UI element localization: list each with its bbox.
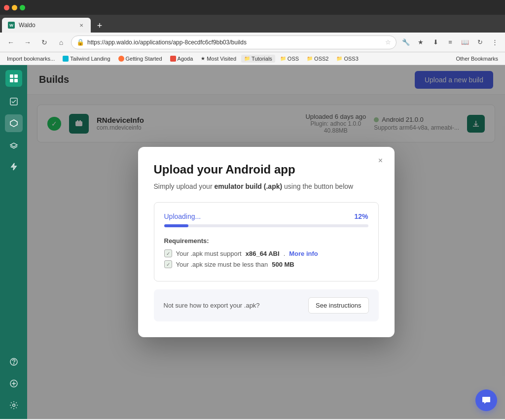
instructions-question: Not sure how to export your .apk? [164,302,260,309]
firefox-favicon [118,56,124,62]
bookmark-getting-started[interactable]: Getting Started [115,55,165,63]
upload-status-row: Uploading... 12% [164,212,368,220]
requirement-2: ✓ Your .apk size must be less than 500 M… [164,260,368,268]
bookmark-import[interactable]: Import bookmarks... [4,55,58,63]
requirements-label: Requirements: [164,237,368,245]
subtitle-bold: emulator build (.apk) [214,182,282,190]
browser-titlebar [0,0,505,15]
svg-rect-3 [14,79,18,82]
upload-status-text: Uploading... [164,212,201,220]
folder-icon: 📁 [244,56,250,61]
extensions-icon[interactable]: 🔧 [399,36,412,49]
sidebar-item-builds[interactable] [5,114,23,132]
bookmark-icon[interactable]: ★ [414,36,427,49]
sidebar-item-settings[interactable] [5,396,23,414]
sidebar-logo[interactable] [5,70,22,87]
sidebar-bottom [5,353,23,414]
modal-overlay[interactable]: × Upload your Android app Simply upload … [27,65,505,419]
bookmark-oss3-label: OSS3 [344,56,358,62]
tab-close-button[interactable]: ✕ [78,22,85,29]
sync-icon[interactable]: ↻ [473,36,486,49]
svg-marker-5 [11,163,16,170]
chat-bubble-button[interactable] [475,389,497,411]
requirement-1: ✓ Your .apk must support x86_64 ABI. Mor… [164,249,368,257]
bookmark-other[interactable]: Other Bookmarks [453,55,501,63]
sidebar-item-layers[interactable] [5,136,23,154]
req2-check-icon: ✓ [164,260,172,268]
sidebar [0,65,27,419]
sidebar-item-lightning[interactable] [5,158,23,175]
upload-progress-box: Uploading... 12% Requirements: ✓ Your .a… [154,202,379,281]
subtitle-plain: Simply upload your [154,182,215,190]
browser-viewport: Builds Upload a new build ✓ RNdevic [0,65,505,419]
tab-title: Waldo [19,22,36,29]
menu-icon[interactable]: ⋮ [488,36,501,49]
folder-oss-icon: 📁 [280,56,286,61]
upload-modal: × Upload your Android app Simply upload … [138,147,395,337]
bookmark-tutorials[interactable]: 📁 Tutorials [241,55,275,63]
bookmark-tailwind-label: Tailwind Landing [70,56,110,62]
bookmark-mv-label: Most Visited [207,56,236,62]
svg-point-7 [13,364,14,364]
bookmark-agoda[interactable]: Agoda [167,55,196,63]
browser-toolbar: ← → ↻ ⌂ 🔒 https://app.waldo.io/applicati… [0,33,505,52]
bookmark-oss2-label: OSS2 [314,56,328,62]
app-container: Builds Upload a new build ✓ RNdevic [0,65,505,419]
req2-plain: Your .apk size must be less than [176,261,268,268]
progress-bar-background [164,224,368,227]
req1-check-icon: ✓ [164,249,172,257]
svg-rect-0 [10,74,13,78]
sidebar-item-add[interactable] [5,375,23,392]
reload-button[interactable]: ↻ [37,35,51,49]
address-bar[interactable]: 🔒 https://app.waldo.io/applications/app-… [71,35,397,49]
modal-title: Upload your Android app [154,163,379,176]
folder-oss3-icon: 📁 [336,56,342,61]
bookmark-oss[interactable]: 📁 OSS [277,55,302,63]
folder-oss2-icon: 📁 [307,56,313,61]
svg-rect-2 [10,79,13,82]
bookmark-oss2[interactable]: 📁 OSS2 [304,55,331,63]
url-text: https://app.waldo.io/applications/app-8c… [87,39,382,46]
chat-icon [481,395,492,406]
sidebar-item-help[interactable] [5,353,23,371]
tailwind-favicon [63,56,69,62]
bookmark-other-label: Other Bookmarks [456,56,498,62]
svg-point-11 [12,404,15,407]
active-tab[interactable]: W Waldo ✕ [2,18,91,33]
reader-icon[interactable]: 📖 [459,36,471,49]
req1-plain: Your .apk must support [176,250,242,257]
req1-dot: . [284,250,286,257]
see-instructions-button[interactable]: See instructions [308,297,369,314]
progress-bar-fill [164,224,189,227]
home-button[interactable]: ⌂ [54,35,68,49]
modal-close-button[interactable]: × [375,155,387,167]
subtitle-end: using the button below [282,182,353,190]
toolbar-icons: 🔧 ★ ⬇ ≡ 📖 ↻ ⋮ [399,36,501,49]
back-button[interactable]: ← [4,35,18,49]
svg-rect-1 [14,74,18,78]
bookmark-tutorials-label: Tutorials [252,56,272,62]
modal-subtitle: Simply upload your emulator build (.apk)… [154,182,379,190]
req1-link[interactable]: More info [289,250,318,257]
bookmark-oss3[interactable]: 📁 OSS3 [333,55,361,63]
bookmark-agoda-label: Agoda [178,56,193,62]
bookmark-star-icon[interactable]: ☆ [385,38,391,46]
upload-percent-text: 12% [354,212,368,220]
star-icon: ★ [201,56,205,61]
new-tab-button[interactable]: + [93,19,107,33]
browser-chrome: W Waldo ✕ + ← → ↻ ⌂ 🔒 https://app.waldo.… [0,0,505,65]
bookmark-tailwind[interactable]: Tailwind Landing [60,55,113,63]
bookmark-most-visited[interactable]: ★ Most Visited [198,55,239,63]
logo-icon [9,73,19,83]
req1-bold: x86_64 ABI [246,250,280,257]
tab-favicon: W [8,22,15,29]
bookmark-oss-label: OSS [288,56,299,62]
bookmark-import-label: Import bookmarks... [7,56,55,62]
reading-list-icon[interactable]: ≡ [444,36,457,49]
download-icon[interactable]: ⬇ [429,36,442,49]
sidebar-item-tests[interactable] [5,93,23,110]
forward-button[interactable]: → [21,35,35,49]
instructions-banner: Not sure how to export your .apk? See in… [154,289,379,321]
main-content: Builds Upload a new build ✓ RNdevic [27,65,505,419]
security-icon: 🔒 [76,38,84,46]
